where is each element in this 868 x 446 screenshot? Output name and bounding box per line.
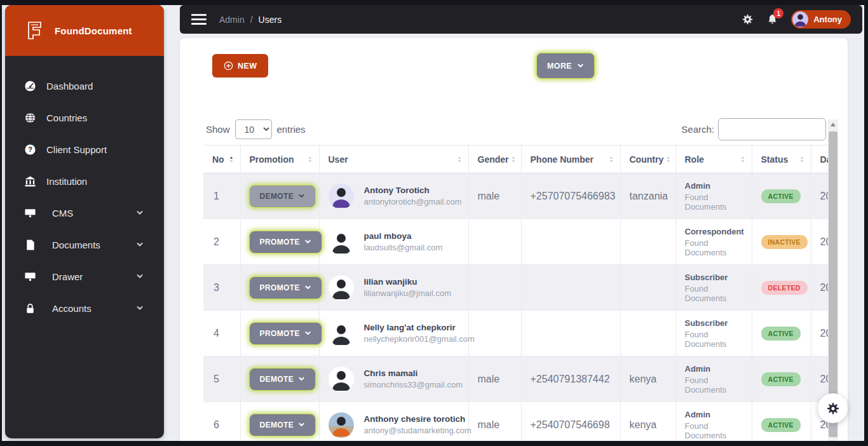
chevron-down-icon [136,209,144,217]
role-name: Subscriber [685,273,745,282]
settings-gear-icon[interactable] [742,13,754,25]
user-name: Antony [813,15,842,24]
sidebar-item-cms[interactable]: CMS [5,197,164,229]
svg-text:?: ? [28,145,32,153]
hamburger-menu-icon[interactable] [191,11,207,27]
role-organization: Found Documents [685,284,745,303]
chevron-down-icon [298,421,305,428]
gender-cell [468,311,521,356]
sidebar-item-countries[interactable]: Countries [5,102,164,133]
user-name: Nelly lang'at chepkorir [364,323,475,332]
bank-icon [24,175,36,187]
user-email: antony@studamarketing.com [364,426,471,435]
more-button[interactable]: MORE [537,53,594,78]
page-length-control: Show 10 entries [206,119,306,139]
sidebar-item-client-support[interactable]: ? Client Support [5,133,164,165]
sidebar-item-drawer[interactable]: Drawer [5,260,164,292]
user-email: nellychepkorir001@gmail.com [364,334,475,344]
chevron-down-icon [136,241,144,248]
column-header[interactable]: Phone Number▲▼ [521,145,620,173]
column-label: User [329,154,348,165]
sidebar-item-documents[interactable]: Documents [5,229,164,260]
promotion-button[interactable]: DEMOTE [250,368,316,390]
scrollbar-thumb[interactable] [829,132,837,437]
sort-icon: ▲▼ [229,156,234,163]
column-header[interactable]: Date▲▼ [811,145,828,173]
country-cell: kenya [620,356,675,402]
role-name: Admin [685,364,745,374]
user-avatar [329,229,354,255]
promotion-button[interactable]: PROMOTE [250,323,322,344]
user-avatar [792,11,808,27]
column-header[interactable]: Gender▲▼ [468,145,521,173]
user-avatar [329,412,354,438]
app-window: FoundDocument Dashboard Countries ? Clie… [2,5,864,441]
breadcrumb-admin[interactable]: Admin [219,15,245,25]
gear-icon [826,402,840,416]
user-email: laudsuits@gmail.com [364,243,443,252]
document-icon [24,239,36,251]
sidebar-item-label: Dashboard [46,81,93,91]
row-number: 6 [203,402,240,442]
column-header[interactable]: No▲▼ [203,145,240,173]
users-table-wrap: No▲▼Promotion▲▼User▲▼Gender▲▼Phone Numbe… [203,145,828,441]
breadcrumb-separator: / [250,15,253,25]
date-cell: 202 [811,219,828,265]
status-badge: ACTIVE [761,189,801,203]
status-badge: INACTIVE [761,235,808,249]
gender-cell [468,265,521,311]
phone-cell [521,219,620,265]
promotion-button[interactable]: DEMOTE [250,186,316,207]
notifications-bell-icon[interactable]: 1 [766,13,778,25]
column-header[interactable]: Country▲▼ [620,145,675,173]
role-name: Admin [685,181,745,191]
column-header[interactable]: User▲▼ [319,145,468,173]
table-row: 4 PROMOTE Nelly lang'at chepkorir nellyc… [203,311,828,356]
role-organization: Found Documents [685,238,745,257]
table-row: 6 DEMOTE Anthony chesire torotich antony… [203,402,828,442]
sidebar-item-accounts[interactable]: Accounts [5,292,164,324]
board-icon [24,271,36,283]
promotion-button[interactable]: PROMOTE [250,277,322,299]
show-label: Show [206,124,230,135]
column-label: No [212,154,224,165]
sidebar-item-institution[interactable]: Institution [5,165,164,197]
status-badge: ACTIVE [761,418,801,432]
role-name: Correspondent [685,227,745,236]
sidebar-item-dashboard[interactable]: Dashboard [5,70,164,102]
column-header[interactable]: Role▲▼ [675,145,752,173]
status-badge: DELETED [761,281,808,295]
column-header[interactable]: Promotion▲▼ [240,145,319,173]
scroll-up-arrow-icon[interactable] [831,123,836,126]
user-email: antonytorotich@gmail.com [364,197,462,206]
chevron-down-icon [136,304,144,312]
gender-cell: male [468,173,521,219]
board-icon [24,207,36,219]
sidebar-item-label: Documents [52,240,100,250]
column-label: Date [820,154,829,165]
promotion-button[interactable]: DEMOTE [250,414,316,436]
top-navbar: Admin / Users 1 Antony [180,5,862,34]
user-menu-button[interactable]: Antony [791,10,851,29]
promotion-button[interactable]: PROMOTE [250,231,322,253]
table-header-row: No▲▼Promotion▲▼User▲▼Gender▲▼Phone Numbe… [203,145,828,173]
role-organization: Found Documents [685,193,745,212]
sidebar-item-label: Drawer [52,271,83,282]
gender-cell: male [468,356,521,402]
country-cell [620,311,675,356]
gender-cell [468,219,521,265]
new-button[interactable]: NEW [212,54,268,78]
role-organization: Found Documents [685,330,745,349]
column-header[interactable]: Status▲▼ [752,145,811,173]
breadcrumb-users: Users [259,15,282,25]
role-organization: Found Documents [685,421,745,440]
date-cell: 202 [811,311,828,356]
users-table: No▲▼Promotion▲▼User▲▼Gender▲▼Phone Numbe… [203,145,828,441]
user-name: Anthony chesire torotich [364,414,471,424]
status-badge: ACTIVE [761,327,801,341]
page-size-select[interactable]: 10 [235,119,272,139]
search-input[interactable] [718,118,826,140]
search-control: Search: [681,118,826,140]
sidebar: FoundDocument Dashboard Countries ? Clie… [5,5,164,438]
floating-settings-button[interactable] [818,393,848,423]
